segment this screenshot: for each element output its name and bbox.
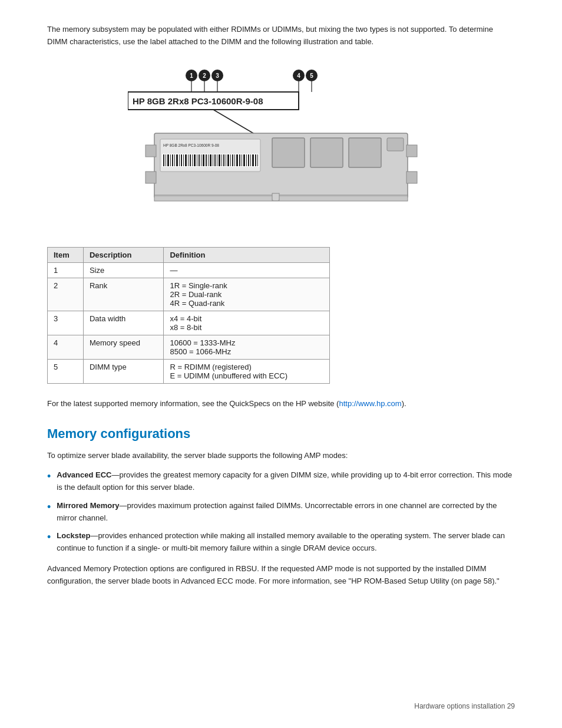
svg-rect-70	[257, 154, 258, 166]
svg-rect-74	[349, 138, 381, 167]
svg-rect-50	[213, 154, 213, 166]
svg-rect-43	[197, 154, 197, 166]
svg-rect-23	[154, 195, 408, 201]
memory-config-intro: To optimize server blade availability, t…	[47, 450, 515, 462]
bullet-item: •Mirrored Memory—provides maximum protec…	[47, 500, 515, 525]
bullet-item: •Advanced ECC—provides the greatest memo…	[47, 469, 515, 494]
amp-modes-list: •Advanced ECC—provides the greatest memo…	[47, 469, 515, 555]
svg-rect-67	[250, 154, 251, 166]
svg-rect-52	[217, 154, 217, 166]
svg-rect-58	[230, 154, 231, 166]
svg-rect-38	[185, 154, 187, 166]
svg-rect-21	[406, 145, 417, 157]
svg-rect-46	[203, 154, 204, 166]
svg-text:HP 8GB 2Rx8 PC3-10600R-9-08: HP 8GB 2Rx8 PC3-10600R-9-08	[133, 96, 263, 106]
svg-rect-51	[214, 154, 216, 166]
table-cell-definition: 10600 = 1333-MHz8500 = 1066-MHz	[164, 335, 330, 359]
svg-rect-62	[239, 154, 240, 166]
bullet-dot-icon: •	[47, 499, 51, 516]
svg-rect-33	[174, 154, 175, 166]
table-cell-item: 1	[48, 262, 84, 278]
svg-rect-32	[172, 154, 173, 166]
svg-rect-44	[199, 154, 200, 166]
svg-rect-64	[243, 154, 245, 166]
svg-rect-61	[236, 154, 238, 166]
dimm-diagram: 1 2 3 4 5 HP 8GB 2Rx8 PC3-10600R-9-08	[47, 62, 515, 229]
table-header-definition: Definition	[164, 247, 330, 262]
svg-text:2: 2	[203, 73, 206, 79]
svg-rect-34	[176, 154, 178, 166]
svg-rect-28	[163, 154, 164, 166]
memory-config-heading: Memory configurations	[47, 426, 515, 442]
table-cell-definition: 1R = Single-rank2R = Dual-rank4R = Quad-…	[164, 278, 330, 311]
svg-text:5: 5	[310, 73, 313, 79]
svg-rect-68	[252, 154, 254, 166]
page-footer: Hardware options installation 29	[414, 702, 515, 710]
svg-rect-55	[223, 154, 224, 166]
table-cell-item: 5	[48, 359, 84, 383]
dimm-illustration: 1 2 3 4 5 HP 8GB 2Rx8 PC3-10600R-9-08	[128, 62, 434, 228]
svg-rect-54	[222, 154, 222, 166]
svg-rect-19	[146, 145, 156, 157]
table-cell-definition: x4 = 4-bitx8 = 8-bit	[164, 311, 330, 335]
svg-rect-53	[219, 154, 220, 166]
svg-rect-72	[272, 138, 305, 167]
svg-rect-29	[166, 154, 166, 166]
svg-rect-63	[242, 154, 242, 166]
memory-config-closing: Advanced Memory Protection options are c…	[47, 563, 515, 588]
table-header-description: Description	[83, 247, 164, 262]
svg-rect-22	[406, 172, 417, 183]
svg-rect-47	[206, 154, 207, 166]
table-cell-description: Data width	[83, 311, 164, 335]
table-cell-item: 3	[48, 311, 84, 335]
footer-note: For the latest supported memory informat…	[47, 398, 515, 410]
table-cell-description: DIMM type	[83, 359, 164, 383]
intro-paragraph: The memory subsystem may be populated wi…	[47, 24, 515, 48]
bullet-text: Lockstep—provides enhanced protection wh…	[57, 530, 515, 555]
table-cell-description: Memory speed	[83, 335, 164, 359]
svg-rect-60	[234, 154, 235, 166]
svg-rect-37	[183, 154, 184, 166]
bullet-text: Mirrored Memory—provides maximum protect…	[57, 500, 515, 525]
footer-note-prefix: For the latest supported memory informat…	[47, 399, 339, 408]
svg-rect-39	[188, 154, 189, 166]
bullet-dot-icon: •	[47, 529, 51, 546]
dimm-info-table: Item Description Definition 1Size—2Rank1…	[47, 247, 330, 384]
bullet-dot-icon: •	[47, 468, 51, 485]
table-cell-definition: —	[164, 262, 330, 278]
svg-text:1: 1	[190, 73, 193, 79]
table-cell-description: Size	[83, 262, 164, 278]
bullet-text: Advanced ECC—provides the greatest memor…	[57, 469, 515, 494]
svg-rect-76	[273, 197, 278, 200]
table-cell-description: Rank	[83, 278, 164, 311]
svg-rect-75	[387, 138, 404, 151]
svg-rect-41	[192, 154, 193, 166]
table-cell-definition: R = RDIMM (registered)E = UDIMM (unbuffe…	[164, 359, 330, 383]
svg-rect-31	[170, 154, 171, 166]
svg-rect-35	[179, 154, 180, 166]
bullet-item: •Lockstep—provides enhanced protection w…	[47, 530, 515, 555]
svg-rect-45	[201, 154, 201, 166]
svg-text:3: 3	[216, 73, 219, 79]
svg-rect-65	[246, 154, 247, 166]
footer-note-suffix: ).	[402, 399, 406, 408]
svg-rect-73	[310, 138, 343, 167]
svg-rect-57	[227, 154, 229, 166]
svg-rect-30	[167, 154, 169, 166]
svg-rect-59	[232, 154, 233, 166]
svg-text:HP 8GB 2Rx8 PC3-10600R 9-08: HP 8GB 2Rx8 PC3-10600R 9-08	[163, 143, 219, 147]
svg-rect-42	[194, 154, 196, 166]
svg-rect-36	[181, 154, 182, 166]
svg-rect-20	[146, 172, 156, 183]
svg-rect-69	[255, 154, 256, 166]
svg-rect-48	[208, 154, 209, 166]
hp-website-link[interactable]: http://www.hp.com	[339, 399, 401, 408]
svg-rect-66	[248, 154, 249, 166]
table-cell-item: 4	[48, 335, 84, 359]
svg-rect-49	[210, 154, 211, 166]
svg-rect-40	[190, 154, 191, 166]
table-header-item: Item	[48, 247, 84, 262]
table-cell-item: 2	[48, 278, 84, 311]
svg-rect-56	[226, 154, 226, 166]
svg-text:4: 4	[297, 73, 300, 79]
